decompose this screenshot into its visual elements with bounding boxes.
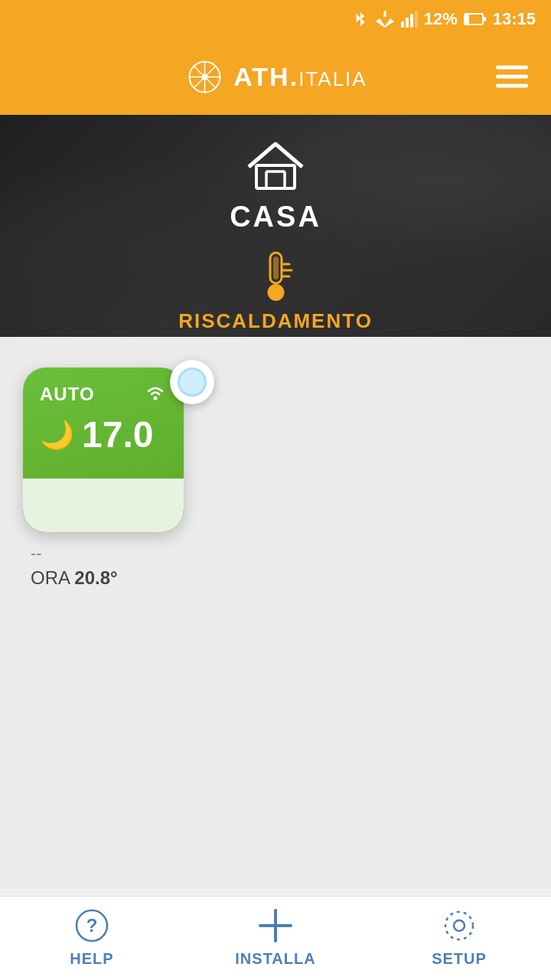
nav-help[interactable]: ? HELP [0, 909, 184, 968]
card-top-row: AUTO [40, 383, 167, 406]
svg-point-28 [454, 920, 465, 931]
ora-value: 20.8° [74, 567, 117, 588]
home-section[interactable]: CASA [230, 138, 321, 234]
setup-icon [442, 909, 476, 946]
svg-rect-8 [483, 17, 486, 21]
wifi-icon [144, 383, 167, 406]
status-bar: 12% 13:15 [0, 0, 551, 38]
installa-icon [259, 909, 292, 946]
svg-rect-3 [406, 18, 409, 28]
svg-rect-2 [401, 21, 404, 28]
hamburger-line-3 [496, 84, 528, 88]
thermostat-card[interactable]: AUTO 🌙 17.0 [23, 368, 184, 532]
help-label: HELP [70, 950, 113, 968]
svg-text:?: ? [86, 915, 98, 936]
status-icons: 12% 13:15 [352, 8, 536, 30]
thermostat-container: AUTO 🌙 17.0 -- [23, 368, 191, 589]
toggle-inner [178, 368, 207, 397]
svg-point-19 [267, 284, 284, 301]
setup-label: SETUP [432, 950, 487, 968]
moon-icon: 🌙 [40, 419, 74, 451]
nav-setup[interactable]: SETUP [367, 909, 551, 968]
heating-section[interactable]: RISCALDAMENTO [178, 249, 373, 333]
bluetooth-icon [352, 8, 369, 30]
logo-icon [184, 56, 226, 98]
hero-content: CASA RISCALDAMENTO [0, 115, 551, 337]
ora-text: ORA 20.8° [31, 567, 191, 589]
hamburger-line-2 [496, 75, 528, 79]
svg-rect-5 [415, 11, 418, 28]
svg-rect-18 [273, 256, 279, 279]
thermometer-icon [255, 249, 297, 305]
nav-installa[interactable]: INSTALLA [184, 909, 367, 968]
clock-text: 13:15 [493, 9, 536, 29]
battery-icon [464, 11, 487, 27]
hamburger-line-1 [496, 66, 528, 70]
hero-section: CASA RISCALDAMENTO [0, 115, 551, 337]
card-white-bottom [23, 479, 184, 532]
svg-rect-4 [410, 14, 413, 28]
bottom-nav: ? HELP INSTALLA SETUP [0, 896, 551, 980]
home-icon [245, 138, 306, 194]
riscaldamento-label: RISCALDAMENTO [178, 309, 373, 333]
toggle-button[interactable] [170, 360, 214, 404]
svg-rect-15 [256, 165, 295, 188]
logo-ath: ATH. [233, 62, 298, 92]
main-content: AUTO 🌙 17.0 -- [0, 337, 551, 888]
temperature-value: 17.0 [82, 413, 153, 456]
casa-label: CASA [230, 201, 321, 234]
auto-label: AUTO [40, 384, 95, 405]
installa-label: INSTALLA [235, 950, 315, 968]
ora-label: ORA [31, 567, 70, 588]
logo-italia: ITALIA [298, 67, 367, 91]
hamburger-button[interactable] [496, 66, 528, 88]
svg-marker-0 [376, 18, 394, 28]
logo: ATH. ITALIA [184, 56, 367, 98]
cell-signal-icon [401, 11, 418, 28]
svg-point-23 [154, 397, 158, 400]
card-temp-row: 🌙 17.0 [40, 413, 167, 456]
app-header: ATH. ITALIA [0, 38, 551, 115]
svg-rect-16 [266, 172, 285, 188]
svg-rect-7 [465, 15, 469, 24]
help-icon: ? [75, 909, 109, 946]
battery-text: 12% [424, 9, 458, 29]
dash-text: -- [31, 544, 191, 564]
wifi-signal-icon [375, 11, 395, 28]
svg-point-29 [445, 912, 473, 939]
